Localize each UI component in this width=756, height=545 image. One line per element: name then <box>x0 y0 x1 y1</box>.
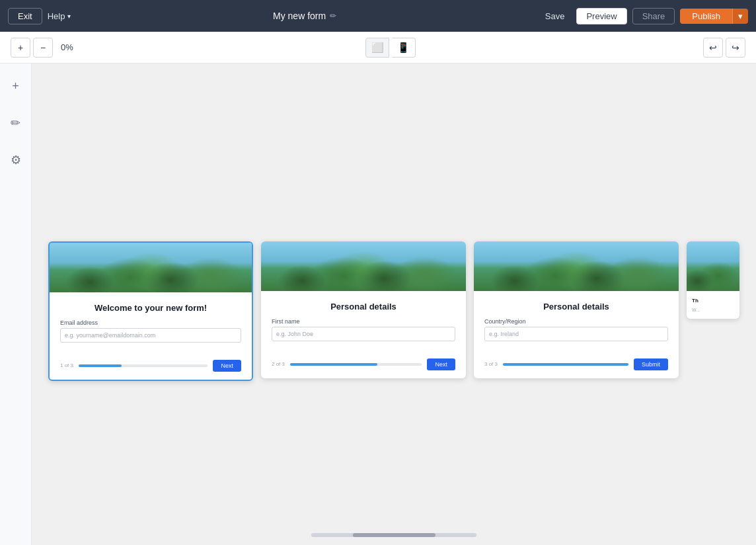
card-header-1 <box>50 243 252 292</box>
card-footer-1: 1 of 3 Next <box>50 353 252 380</box>
field-label-2: First name <box>272 318 455 325</box>
card-title-2: Personal details <box>272 302 455 312</box>
card-footer-2: 2 of 3 Next <box>261 352 466 378</box>
publish-button[interactable]: Publish <box>680 9 732 24</box>
form-card-partial[interactable]: Th W... <box>687 241 739 319</box>
progress-fill-2 <box>290 363 377 366</box>
partial-text: W... <box>692 308 734 312</box>
publish-dropdown-button[interactable]: ▾ <box>732 9 748 24</box>
mobile-view-button[interactable]: 📱 <box>392 38 416 58</box>
card-body-2: Personal details First name e.g. John Do… <box>261 291 466 352</box>
add-button[interactable]: + <box>11 38 30 58</box>
main-canvas: Step 1 ⊞ ✏ ⧉ × Welcome to your new form!… <box>32 63 756 545</box>
partial-card-header <box>687 241 739 291</box>
field-input-2: e.g. John Doe <box>272 327 455 341</box>
step-indicator-2: 2 of 3 <box>272 361 285 367</box>
field-placeholder-1: e.g. yourname@emaildomain.com <box>65 332 155 339</box>
gear-icon: ⚙ <box>11 153 21 167</box>
plus-icon: + <box>12 79 19 93</box>
progress-bar-3 <box>503 363 628 366</box>
toolbar-right: ↩ ↪ <box>703 38 745 58</box>
form-title: My new form ✏ <box>273 11 336 21</box>
next-button-2[interactable]: Next <box>427 358 455 370</box>
minus-button[interactable]: − <box>33 38 53 58</box>
desktop-view-button[interactable]: ⬜ <box>365 38 389 58</box>
nav-center: My new form ✏ <box>273 11 336 21</box>
card-body-1: Welcome to your new form! Email address … <box>50 292 252 353</box>
progress-fill-3 <box>503 363 628 366</box>
field-label-3: Country/Region <box>484 318 668 325</box>
sidebar-settings-icon[interactable]: ⚙ <box>4 148 28 172</box>
card-body-3: Personal details Country/Region e.g. Ire… <box>474 291 679 352</box>
save-button[interactable]: Save <box>539 9 572 24</box>
partial-card-body: Th W... <box>687 291 739 319</box>
field-label-1: Email address <box>60 319 241 326</box>
help-button[interactable]: Help ▾ <box>48 11 71 21</box>
tree-image-3 <box>474 241 679 291</box>
toolbar-left: + − 0% <box>11 38 79 58</box>
form-title-text: My new form <box>273 11 326 21</box>
preview-button[interactable]: Preview <box>576 8 626 24</box>
horizontal-scrollbar[interactable] <box>311 533 476 537</box>
field-input-1: e.g. yourname@emaildomain.com <box>60 328 241 343</box>
toolbar-center: ⬜ 📱 <box>365 38 416 58</box>
card-header-3 <box>474 241 679 291</box>
card-title-3: Personal details <box>484 302 668 312</box>
pencil-icon: ✏ <box>11 116 20 130</box>
zoom-level: 0% <box>56 42 79 52</box>
card-title-1: Welcome to your new form! <box>60 303 241 313</box>
progress-fill-1 <box>79 364 122 367</box>
next-button-1[interactable]: Next <box>213 360 241 372</box>
undo-button[interactable]: ↩ <box>703 38 723 58</box>
pencil-icon[interactable]: ✏ <box>330 11 336 21</box>
chevron-down-icon: ▾ <box>67 13 71 20</box>
field-input-3: e.g. Ireland <box>484 327 668 341</box>
field-placeholder-3: e.g. Ireland <box>489 331 519 337</box>
nav-right: Save Preview Share Publish ▾ <box>539 8 748 24</box>
field-placeholder-2: e.g. John Doe <box>276 331 313 337</box>
tree-image-1 <box>50 243 252 292</box>
scrollbar-thumb <box>353 533 435 537</box>
progress-bar-1 <box>79 364 208 367</box>
sidebar-add-icon[interactable]: + <box>4 74 28 98</box>
form-cards-container: Step 1 ⊞ ✏ ⧉ × Welcome to your new form!… <box>35 228 753 394</box>
share-button[interactable]: Share <box>632 8 675 24</box>
sidebar: + ✏ ⚙ <box>0 63 32 545</box>
top-navigation: Exit Help ▾ My new form ✏ Save Preview S… <box>0 0 756 32</box>
sidebar-edit-icon[interactable]: ✏ <box>4 111 28 135</box>
form-card-1[interactable]: Step 1 ⊞ ✏ ⧉ × Welcome to your new form!… <box>48 241 253 381</box>
submit-button-3[interactable]: Submit <box>634 358 668 370</box>
form-card-3[interactable]: Personal details Country/Region e.g. Ire… <box>474 241 679 378</box>
redo-button[interactable]: ↪ <box>726 38 745 58</box>
step-indicator-1: 1 of 3 <box>60 362 73 368</box>
progress-bar-2 <box>290 363 422 366</box>
card-header-2 <box>261 241 466 291</box>
nav-left: Exit Help ▾ <box>8 8 71 24</box>
form-card-2[interactable]: Personal details First name e.g. John Do… <box>261 241 466 378</box>
help-label: Help <box>48 11 65 21</box>
tree-image-2 <box>261 241 466 291</box>
exit-button[interactable]: Exit <box>8 8 42 24</box>
publish-group: Publish ▾ <box>680 9 748 24</box>
toolbar: + − 0% ⬜ 📱 ↩ ↪ <box>0 32 756 63</box>
step-indicator-3: 3 of 3 <box>484 361 498 367</box>
partial-title: Th <box>692 298 734 304</box>
card-footer-3: 3 of 3 Submit <box>474 352 679 378</box>
